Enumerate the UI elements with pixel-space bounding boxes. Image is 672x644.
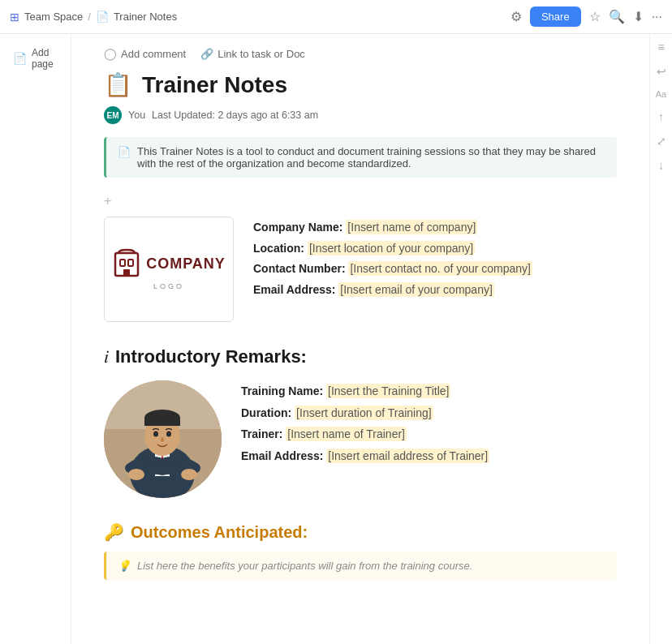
- company-email-field: Email Address: [Insert email of your com…: [253, 282, 532, 298]
- topbar-actions: ⚙ Share ☆ 🔍 ⬇ ···: [510, 6, 662, 27]
- upload-icon[interactable]: ↑: [658, 110, 664, 123]
- topbar: ⊞ Team Space / 📄 Trainer Notes ⚙ Share ☆…: [0, 0, 672, 34]
- svg-rect-1: [120, 260, 125, 266]
- add-page-button[interactable]: 📄 Add page: [13, 47, 71, 70]
- company-name-value[interactable]: [Insert name of company]: [346, 220, 477, 234]
- company-details: Company Name: [Insert name of company] L…: [253, 217, 532, 298]
- trainer-details: Training Name: [Insert the Training Titl…: [241, 380, 489, 464]
- training-name-value[interactable]: [Insert the Training Title]: [326, 384, 450, 398]
- svg-point-16: [128, 469, 144, 480]
- meta-row: EM You Last Updated: 2 days ago at 6:33 …: [104, 106, 617, 124]
- outcomes-list-icon: 💡: [118, 560, 131, 572]
- outcomes-heading-text: Outcomes Anticipated:: [131, 523, 308, 542]
- outcomes-body-text: List here the benefits your participants…: [137, 560, 472, 572]
- info-block: 📄 This Trainer Notes is a tool to conduc…: [104, 137, 617, 178]
- add-comment-button[interactable]: ◯ Add comment: [104, 47, 186, 60]
- intro-icon: 𝑖: [104, 346, 109, 367]
- company-name-label: Company Name:: [253, 221, 342, 234]
- doc-title: Trainer Notes: [142, 72, 287, 98]
- right-sidebar: ≡ ↩ Aa ↑ ⤢ ↓: [649, 34, 672, 644]
- link-task-label: Link to task or Doc: [218, 48, 305, 60]
- settings-icon[interactable]: ⚙: [510, 9, 522, 24]
- trainer-section: Training Name: [Insert the Training Titl…: [104, 380, 617, 498]
- avatar: EM: [104, 106, 122, 124]
- link-task-button[interactable]: 🔗 Link to task or Doc: [200, 48, 305, 60]
- comment-icon: ◯: [104, 47, 117, 60]
- download-icon[interactable]: ↓: [658, 159, 664, 172]
- content-area: ◯ Add comment 🔗 Link to task or Doc 📋 Tr…: [71, 34, 649, 644]
- company-name-field: Company Name: [Insert name of company]: [253, 220, 532, 236]
- trainer-value[interactable]: [Insert name of Trainer]: [286, 427, 407, 441]
- trainer-email-label: Email Address:: [241, 449, 323, 462]
- duration-field: Duration: [Insert duration of Training]: [241, 406, 489, 422]
- font-size-icon[interactable]: Aa: [656, 89, 666, 99]
- introductory-heading: 𝑖 Introductory Remarks:: [104, 346, 617, 367]
- company-contact-label: Contact Number:: [253, 262, 346, 275]
- add-page-icon: 📄: [13, 52, 27, 65]
- company-logo-box: COMPANY LOGO: [104, 217, 234, 322]
- company-contact-field: Contact Number: [Insert contact no. of y…: [253, 261, 532, 277]
- export-icon[interactable]: ⬇: [633, 9, 644, 24]
- info-text: This Trainer Notes is a tool to conduct …: [137, 145, 605, 170]
- company-section: COMPANY LOGO Company Name: [Insert name …: [104, 217, 617, 322]
- add-page-label: Add page: [32, 47, 71, 70]
- breadcrumb-sep1: /: [88, 11, 91, 23]
- outcomes-box: 💡 List here the benefits your participan…: [104, 552, 617, 580]
- author-label: You: [128, 109, 145, 121]
- search-icon[interactable]: 🔍: [609, 9, 625, 24]
- outcomes-icon: 🔑: [104, 522, 124, 542]
- svg-point-13: [153, 431, 158, 437]
- left-sidebar: 📄 Add page: [0, 34, 71, 644]
- svg-rect-3: [123, 269, 130, 276]
- share-button[interactable]: Share: [530, 6, 581, 27]
- trainer-photo-svg: [104, 380, 222, 498]
- training-name-label: Training Name:: [241, 384, 323, 397]
- doc-icon-small: 📄: [96, 11, 109, 23]
- duration-value[interactable]: [Insert duration of Training]: [295, 406, 433, 420]
- svg-point-15: [161, 437, 164, 442]
- doc-title-breadcrumb[interactable]: Trainer Notes: [114, 11, 177, 23]
- trainer-label: Trainer:: [241, 427, 282, 440]
- add-section-button[interactable]: +: [104, 194, 617, 208]
- company-location-field: Location: [Insert location of your compa…: [253, 241, 532, 257]
- breadcrumb: ⊞ Team Space / 📄 Trainer Notes: [10, 11, 177, 24]
- top-actions: ◯ Add comment 🔗 Link to task or Doc: [104, 47, 617, 60]
- svg-rect-2: [128, 260, 133, 266]
- info-icon: 📄: [118, 146, 131, 158]
- last-updated: Last Updated: 2 days ago at 6:33 am: [152, 109, 318, 121]
- duration-label: Duration:: [241, 406, 291, 419]
- company-email-label: Email Address:: [253, 283, 335, 296]
- doc-main-icon: 📋: [104, 71, 132, 98]
- add-comment-label: Add comment: [121, 48, 186, 60]
- svg-rect-12: [144, 418, 180, 426]
- company-email-value[interactable]: [Insert email of your company]: [338, 282, 494, 297]
- format-list-icon[interactable]: ≡: [657, 41, 664, 54]
- svg-point-17: [181, 469, 197, 480]
- main-layout: 📄 Add page ◯ Add comment 🔗 Link to task …: [0, 34, 672, 644]
- intro-heading-text: Introductory Remarks:: [115, 346, 307, 367]
- training-name-field: Training Name: [Insert the Training Titl…: [241, 384, 489, 400]
- svg-point-14: [166, 431, 171, 437]
- company-logo-sub: LOGO: [153, 282, 184, 290]
- logo-icon-wrap: COMPANY: [112, 248, 226, 279]
- company-logo-text: COMPANY: [146, 255, 226, 273]
- company-contact-value[interactable]: [Insert contact no. of your company]: [348, 261, 532, 276]
- outcomes-heading: 🔑 Outcomes Anticipated:: [104, 522, 617, 542]
- company-location-label: Location:: [253, 242, 304, 255]
- workspace-icon: ⊞: [10, 11, 19, 24]
- more-icon[interactable]: ···: [652, 10, 662, 24]
- company-location-value[interactable]: [Insert location of your company]: [308, 241, 475, 255]
- link-icon: 🔗: [200, 48, 213, 60]
- doc-title-row: 📋 Trainer Notes: [104, 71, 617, 98]
- company-logo-icon: [112, 248, 141, 279]
- plus-icon: +: [104, 194, 111, 208]
- trainer-email-value[interactable]: [Insert email address of Trainer]: [326, 449, 489, 463]
- star-icon[interactable]: ☆: [589, 9, 601, 24]
- trainer-photo: [104, 380, 222, 498]
- expand-icon[interactable]: ⤢: [657, 135, 666, 148]
- trainer-email-field: Email Address: [Insert email address of …: [241, 449, 489, 465]
- trainer-field: Trainer: [Insert name of Trainer]: [241, 427, 489, 443]
- workspace-label[interactable]: Team Space: [24, 11, 83, 23]
- back-icon[interactable]: ↩: [657, 65, 666, 78]
